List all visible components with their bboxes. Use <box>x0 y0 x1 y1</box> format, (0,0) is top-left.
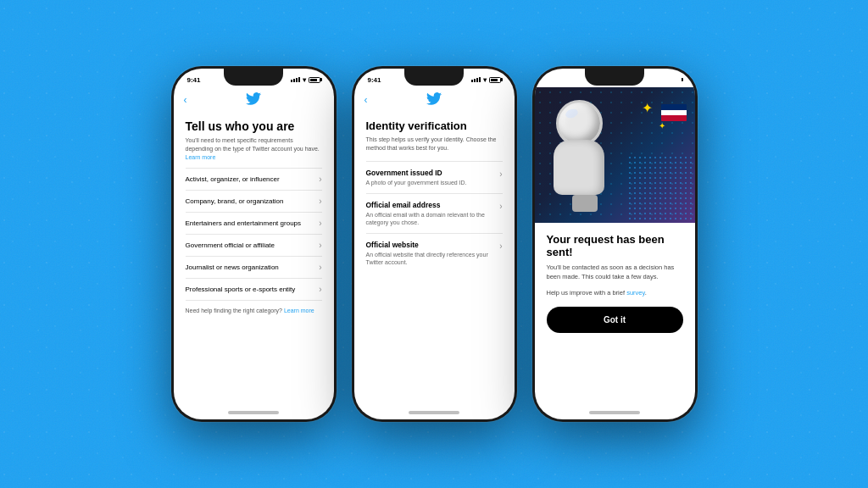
home-indicator-2 <box>354 406 515 419</box>
phone2-title: Identity verification <box>366 119 503 132</box>
got-it-button[interactable]: Got it <box>547 307 683 333</box>
phone-3: 9:41 ▾ <box>532 66 698 422</box>
screen-3: ✦ ✦ Your request has been sent! You'll b… <box>535 87 695 406</box>
signal-bars-2 <box>471 77 481 82</box>
halftone-pattern <box>627 155 695 223</box>
star-icon: ✦ <box>659 121 665 130</box>
signal-bars-1 <box>291 77 300 82</box>
screen-1: ‹ Tell us who you are You'll need to mee… <box>174 87 334 406</box>
signal-bar <box>479 77 481 82</box>
twitter-logo-2 <box>426 92 442 108</box>
wifi-icon: ▾ <box>303 76 306 84</box>
battery-icon <box>309 77 320 83</box>
chevron-icon: › <box>319 219 321 228</box>
time-2: 9:41 <box>368 76 381 84</box>
signal-bar <box>657 78 659 82</box>
signal-bar <box>654 79 656 82</box>
verify-option-0[interactable]: Government issued ID A photo of your gov… <box>366 161 503 193</box>
home-indicator-3 <box>535 406 695 419</box>
nav-bar-1: ‹ <box>174 87 334 113</box>
menu-item-0[interactable]: Activist, organizer, or influencer › <box>186 168 322 190</box>
back-button-1[interactable]: ‹ <box>184 94 187 106</box>
notch-1 <box>224 69 283 86</box>
chevron-icon: › <box>319 241 321 250</box>
chevron-icon: › <box>319 285 321 294</box>
chevron-icon: › <box>499 241 502 251</box>
screen-2: ‹ Identity verification This step helps … <box>354 87 515 406</box>
phone3-survey: Help us improve with a brief survey. <box>547 289 683 297</box>
chevron-icon: › <box>499 169 502 179</box>
home-bar <box>228 411 279 414</box>
wifi-icon: ▾ <box>664 76 667 84</box>
suit-details <box>572 195 598 212</box>
notch-2 <box>404 69 464 86</box>
verify-option-1[interactable]: Official email address An official email… <box>366 193 503 233</box>
battery-icon <box>670 77 682 83</box>
signal-bar <box>298 77 300 82</box>
astronaut-figure <box>548 96 632 206</box>
spacesuit-body <box>554 140 604 195</box>
battery-icon <box>489 77 501 83</box>
phone1-content: Tell us who you are You'll need to meet … <box>174 113 334 406</box>
phone3-bottom: Your request has been sent! You'll be co… <box>535 223 695 406</box>
menu-item-1[interactable]: Company, brand, or organization › <box>186 190 322 212</box>
time-3: 9:41 <box>548 76 562 84</box>
time-1: 9:41 <box>187 76 201 84</box>
chevron-icon: › <box>499 202 502 211</box>
survey-link[interactable]: survey <box>626 289 645 297</box>
flag-decoration <box>661 104 687 121</box>
signal-bar <box>659 77 661 82</box>
notch-3 <box>585 69 644 86</box>
chevron-icon: › <box>319 175 321 184</box>
chevron-icon: › <box>319 263 321 272</box>
signal-bars-3 <box>652 77 661 82</box>
home-bar <box>589 411 640 414</box>
learn-more-link-2[interactable]: Learn more <box>284 308 314 313</box>
menu-item-3[interactable]: Government official or affiliate › <box>186 234 322 256</box>
back-button-2[interactable]: ‹ <box>364 94 368 106</box>
nav-bar-2: ‹ <box>354 87 515 113</box>
status-icons-2: ▾ <box>471 76 501 84</box>
twitter-logo-1 <box>246 92 261 108</box>
menu-item-4[interactable]: Journalist or news organization › <box>186 256 322 278</box>
star-icon: ✦ <box>642 100 653 116</box>
signal-bar <box>293 79 295 82</box>
home-bar <box>409 411 459 414</box>
phone3-content: ✦ ✦ Your request has been sent! You'll b… <box>535 87 695 406</box>
phone-2: 9:41 ▾ ‹ <box>352 66 517 422</box>
status-icons-1: ▾ <box>291 76 320 84</box>
signal-bar <box>291 80 292 82</box>
battery-fill <box>671 79 678 81</box>
home-indicator-1 <box>174 406 334 419</box>
phone2-content: Identity verification This step helps us… <box>354 113 515 406</box>
phone1-title: Tell us who you are <box>186 119 322 133</box>
battery-fill <box>491 79 498 81</box>
verify-option-2[interactable]: Official website An official website tha… <box>366 233 503 273</box>
signal-bar <box>296 78 298 82</box>
signal-bar <box>474 79 476 82</box>
signal-bar <box>471 80 473 82</box>
signal-bar <box>476 78 478 82</box>
signal-bar <box>652 80 654 82</box>
menu-item-2[interactable]: Entertainers and entertainment groups › <box>186 212 322 234</box>
astronaut-image: ✦ ✦ <box>535 87 695 223</box>
wifi-icon: ▾ <box>483 76 487 84</box>
battery-fill <box>310 79 317 81</box>
learn-more-link-1[interactable]: Learn more <box>186 154 216 160</box>
menu-item-5[interactable]: Professional sports or e-sports entity › <box>186 278 322 300</box>
phone-1: 9:41 ▾ ‹ <box>171 66 337 422</box>
chevron-icon: › <box>319 197 321 206</box>
phone1-subtitle: You'll need to meet specific requirement… <box>186 136 322 161</box>
status-icons-3: ▾ <box>652 76 682 84</box>
phone1-footer: Need help finding the right category? Le… <box>186 300 322 320</box>
phone3-title: Your request has been sent! <box>547 233 683 258</box>
phone2-subtitle: This step helps us verify your identity.… <box>366 136 503 152</box>
phone3-desc: You'll be contacted as soon as a decisio… <box>547 263 683 282</box>
